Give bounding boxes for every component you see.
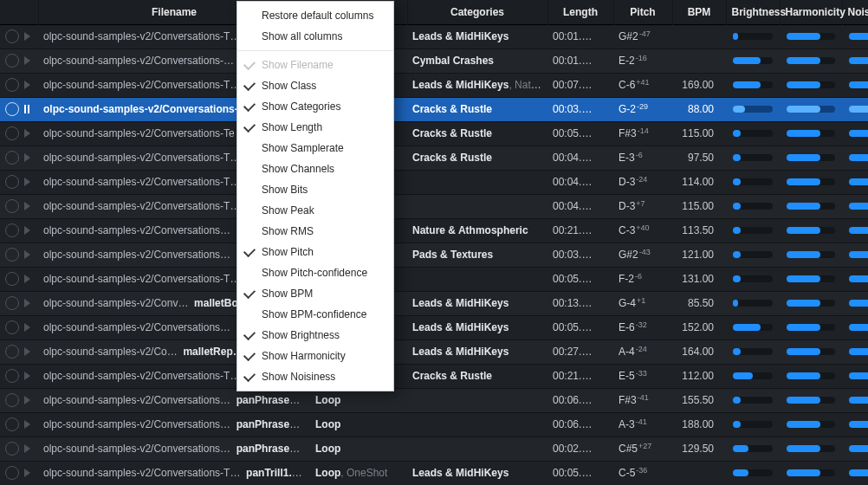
har-cell [780,291,842,315]
row-marker-icon[interactable] [5,466,19,480]
row-marker-icon[interactable] [5,320,19,334]
table-row[interactable]: olpc-sound-samples-v2/Conv… malletBo…Lea… [0,291,868,315]
play-icon[interactable] [24,444,30,453]
play-icon[interactable] [24,323,30,332]
filename-cell: olpc-sound-samples-v2/Conversations… pan… [38,412,310,436]
menu-restore-default[interactable]: Restore default columns [237,5,393,26]
menu-item[interactable]: Show Peak [237,200,393,221]
play-icon[interactable] [24,153,30,162]
row-marker-icon[interactable] [5,296,19,310]
menu-item[interactable]: Show Categories [237,96,393,117]
table-row[interactable]: olpc-sound-samples-v2/Co… malletRep…Lead… [0,340,868,364]
play-icon[interactable] [24,299,30,307]
row-marker-icon[interactable] [5,369,19,383]
categories-cell: Leads & MidHiKeys, Nature & [407,73,547,97]
play-icon[interactable] [24,226,30,235]
menu-item[interactable]: Show Channels [237,158,393,179]
menu-item[interactable]: Show Class [237,75,393,96]
bri-cell [726,24,780,48]
menu-item[interactable]: Show Pitch-confidence [237,262,393,283]
table-header[interactable]: Filename Class Categories Length Pitch B… [0,0,868,24]
row-marker-icon[interactable] [5,78,19,92]
menu-item[interactable]: Show Bits [237,179,393,200]
row-marker-icon[interactable] [5,29,19,43]
menu-item[interactable]: Show BPM-confidence [237,304,393,325]
har-cell [780,218,842,242]
length-cell: 00:03.225 [547,97,613,121]
table-row[interactable]: olpc-sound-samples-v2/Conversations-TeCr… [0,97,868,121]
menu-item[interactable]: Show Pitch [237,242,393,262]
table-row[interactable]: olpc-sound-samples-v2/Conversations… ha…… [0,242,868,267]
table-row[interactable]: olpc-sound-samples-v2/Conversations-T…Cr… [0,146,868,170]
table-row[interactable]: olpc-sound-samples-v2/Conversations-T…00… [0,170,868,194]
bpm-cell: 155.50 [672,388,726,412]
row-marker-icon[interactable] [5,417,19,431]
row-marker-icon[interactable] [5,345,19,359]
table-row[interactable]: olpc-sound-samples-v2/Conversations-T… p… [0,461,868,485]
row-marker-icon[interactable] [5,199,19,213]
row-marker-icon[interactable] [5,223,19,237]
play-icon[interactable] [24,372,30,380]
menu-item[interactable]: Show RMS [237,221,393,242]
play-icon[interactable] [24,420,30,429]
col-brightness[interactable]: Brightness [726,0,780,24]
play-icon[interactable] [24,32,30,41]
row-marker-icon[interactable] [5,54,19,68]
menu-item[interactable]: Show Harmonicity [237,346,393,366]
col-noisiness[interactable]: Noisiness [842,0,868,24]
play-icon[interactable] [24,250,30,259]
class-cell: Loop [310,388,407,412]
row-marker-icon[interactable] [5,175,19,189]
noi-cell [842,340,868,364]
menu-item[interactable]: Show Length [237,117,393,138]
table-row[interactable]: olpc-sound-samples-v2/Conversations-T…Cr… [0,364,868,388]
col-length[interactable]: Length [547,0,613,24]
menu-show-all[interactable]: Show all columns [237,26,393,47]
menu-item[interactable]: Show BPM [237,283,393,304]
play-icon[interactable] [24,56,30,65]
playing-icon[interactable] [24,105,29,113]
play-icon[interactable] [24,396,30,404]
row-marker-icon[interactable] [5,272,19,286]
length-cell: 00:21.320 [547,364,613,388]
filename-cell: olpc-sound-samples-v2/Conversations… pan… [38,436,310,461]
col-harmonicity[interactable]: Harmonicity [780,0,842,24]
row-marker-icon[interactable] [5,393,19,407]
row-marker-icon[interactable] [5,442,19,456]
play-icon[interactable] [24,202,30,210]
col-categories[interactable]: Categories [407,0,547,24]
row-marker-icon[interactable] [5,151,19,165]
menu-item[interactable]: Show Noisiness [237,366,393,387]
table-row[interactable]: olpc-sound-samples-v2/Conversations-T…Le… [0,73,868,97]
table-row[interactable]: olpc-sound-samples-v2/Conversations… ma…… [0,315,868,340]
table-row[interactable]: olpc-sound-samples-v2/Conversations-T… b… [0,24,868,48]
table-row[interactable]: olpc-sound-samples-v2/Conversations… pan… [0,412,868,436]
categories-cell [407,194,547,218]
play-icon[interactable] [24,469,30,477]
table-row[interactable]: olpc-sound-samples-v2/Conversations… pan… [0,388,868,412]
play-icon[interactable] [24,347,30,356]
play-icon[interactable] [24,81,30,89]
categories-cell: Nature & Athmospheric [407,218,547,242]
har-cell [780,388,842,412]
row-marker-icon[interactable] [5,126,19,140]
play-icon[interactable] [24,129,30,138]
menu-item[interactable]: Show Brightness [237,325,393,346]
play-icon[interactable] [24,275,30,283]
table-row[interactable]: olpc-sound-samples-v2/Conversations-T…00… [0,194,868,218]
table-row[interactable]: olpc-sound-samples-v2/Conversations… pan… [0,436,868,461]
col-pitch[interactable]: Pitch [613,0,672,24]
pitch-cell: E-6-32 [613,315,672,340]
table-row[interactable]: olpc-sound-samples-v2/Conversations-T…00… [0,267,868,291]
table-row[interactable]: olpc-sound-samples-v2/Conversations-…Cym… [0,48,868,73]
col-bpm[interactable]: BPM [672,0,726,24]
table-row[interactable]: olpc-sound-samples-v2/Conversations… g…N… [0,218,868,242]
row-marker-icon[interactable] [5,248,19,262]
length-cell: 00:05.920 [547,461,613,485]
row-marker-icon[interactable] [5,102,19,116]
length-cell: 00:06.605 [547,412,613,436]
menu-item[interactable]: Show Samplerate [237,138,393,158]
play-icon[interactable] [24,178,30,186]
table-row[interactable]: olpc-sound-samples-v2/Conversations-TeCr… [0,121,868,146]
column-context-menu[interactable]: Restore default columns Show all columns… [236,1,394,391]
